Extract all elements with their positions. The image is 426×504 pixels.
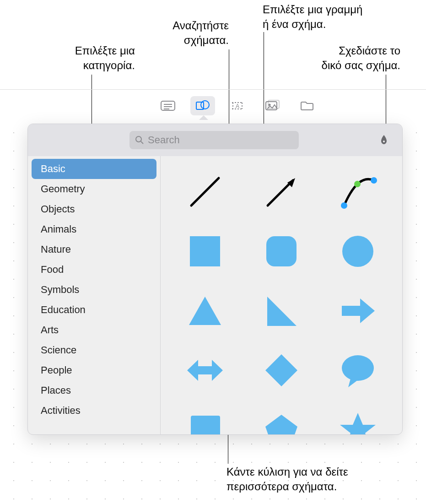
category-geometry[interactable]: Geometry	[32, 179, 156, 199]
svg-marker-26	[265, 354, 297, 386]
category-animals[interactable]: Animals	[32, 219, 156, 239]
callout-category: Επιλέξτε μια κατηγορία.	[41, 43, 135, 73]
shape-circle[interactable]	[337, 231, 378, 272]
callout-search: Αναζητήστε σχήματα.	[156, 18, 229, 48]
svg-marker-25	[187, 360, 223, 381]
svg-marker-22	[189, 297, 221, 325]
search-field[interactable]: Search	[129, 131, 299, 149]
shape-line[interactable]	[184, 171, 226, 212]
toolbar-text-button[interactable]	[156, 96, 180, 115]
category-food[interactable]: Food	[32, 260, 156, 280]
svg-point-18	[354, 181, 361, 187]
svg-rect-20	[266, 236, 297, 266]
category-basic[interactable]: Basic	[32, 159, 156, 179]
svg-point-10	[136, 136, 141, 142]
shape-callout-rect[interactable]	[184, 409, 226, 434]
shape-right-triangle[interactable]	[261, 290, 302, 331]
popover-header: Search	[28, 124, 402, 156]
shape-rounded-square[interactable]	[261, 231, 302, 272]
svg-line-13	[191, 178, 219, 206]
shapes-grid	[161, 156, 402, 434]
svg-point-8	[269, 104, 271, 106]
category-activities[interactable]: Activities	[32, 401, 156, 421]
shape-curve-editable[interactable]	[337, 171, 378, 212]
svg-text:A: A	[236, 103, 239, 109]
category-science[interactable]: Science	[32, 340, 156, 360]
toolbar-media-button[interactable]	[260, 96, 285, 115]
search-icon	[135, 135, 144, 145]
shape-star[interactable]	[337, 409, 378, 434]
shapes-popover: Search BasicGeometryObjectsAnimalsNature…	[27, 124, 403, 435]
category-sidebar: BasicGeometryObjectsAnimalsNatureFoodSym…	[28, 156, 161, 434]
svg-rect-19	[190, 236, 220, 266]
toolbar-folder-button[interactable]	[295, 96, 319, 115]
pen-icon	[377, 134, 390, 146]
shape-triangle[interactable]	[184, 290, 226, 331]
svg-marker-31	[265, 415, 297, 434]
draw-shape-button[interactable]	[376, 132, 392, 148]
svg-rect-29	[191, 416, 220, 434]
shape-pentagon[interactable]	[261, 409, 302, 434]
svg-point-17	[371, 177, 377, 184]
toolbar-shapes-button[interactable]	[190, 96, 215, 115]
svg-point-12	[383, 141, 385, 142]
shape-arrow-bidir[interactable]	[184, 350, 226, 391]
svg-marker-32	[340, 413, 376, 434]
shape-arrow-right[interactable]	[337, 290, 378, 331]
callout-line-or-shape: Επιλέξτε μια γραμμή ή ένα σχήμα.	[263, 2, 382, 32]
category-nature[interactable]: Nature	[32, 239, 156, 260]
svg-point-21	[342, 236, 373, 267]
svg-line-11	[141, 141, 143, 144]
svg-marker-24	[342, 298, 375, 323]
toolbar: A	[156, 96, 319, 115]
category-people[interactable]: People	[32, 360, 156, 380]
svg-point-5	[201, 101, 209, 109]
svg-point-27	[342, 355, 374, 381]
category-places[interactable]: Places	[32, 380, 156, 401]
svg-point-16	[341, 202, 347, 209]
toolbar-textbox-button[interactable]: A	[225, 96, 250, 115]
category-arts[interactable]: Arts	[32, 320, 156, 340]
svg-marker-23	[267, 297, 297, 326]
shape-arrow-line[interactable]	[261, 171, 302, 212]
callout-draw-own: Σχεδιάστε το δικό σας σχήμα.	[309, 43, 400, 73]
search-placeholder: Search	[148, 134, 180, 146]
category-objects[interactable]: Objects	[32, 199, 156, 219]
shape-diamond[interactable]	[261, 350, 302, 391]
category-symbols[interactable]: Symbols	[32, 280, 156, 300]
shape-speech-bubble[interactable]	[337, 350, 378, 391]
hsep	[0, 89, 426, 90]
shape-square[interactable]	[184, 231, 226, 272]
category-education[interactable]: Education	[32, 300, 156, 320]
